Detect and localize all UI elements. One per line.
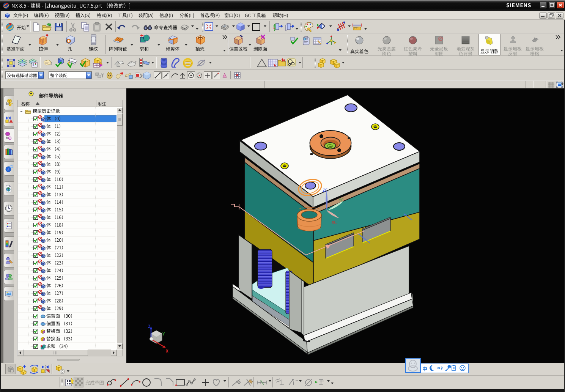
svg-text:ABC: ABC <box>94 64 101 67</box>
svg-text:i: i <box>8 167 9 172</box>
